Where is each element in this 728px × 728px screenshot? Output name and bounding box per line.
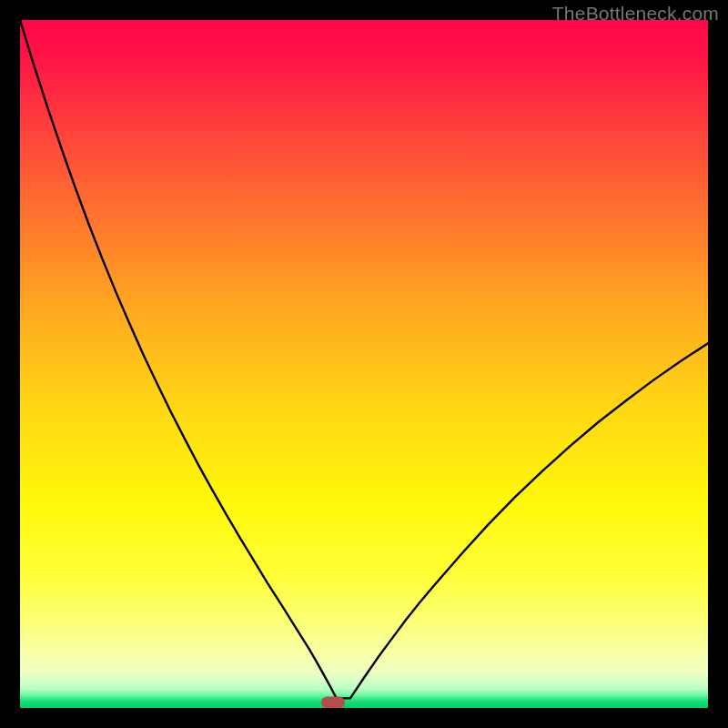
minimum-marker	[321, 696, 345, 708]
bottleneck-curve	[20, 20, 708, 698]
plot-area	[20, 20, 708, 708]
watermark-text: TheBottleneck.com	[552, 3, 719, 25]
marker-pill	[321, 696, 345, 708]
curve-line	[20, 20, 708, 698]
curve-layer	[20, 20, 708, 708]
chart-frame: TheBottleneck.com	[0, 0, 728, 728]
